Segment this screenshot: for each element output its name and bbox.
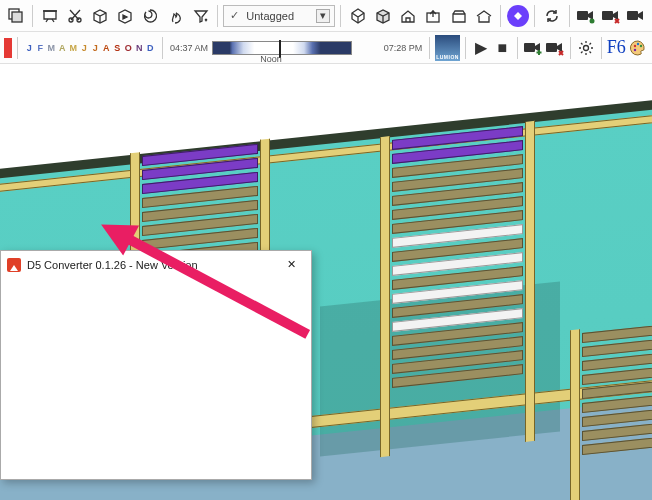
toolbar-separator <box>517 37 518 59</box>
toolbar-separator <box>17 37 18 59</box>
sketchup-app-icon <box>7 258 21 272</box>
toolbar-separator <box>340 5 341 27</box>
filter-expand-icon[interactable] <box>189 4 212 28</box>
noon-label: Noon <box>258 54 284 64</box>
svg-rect-10 <box>546 43 557 52</box>
open-box-icon[interactable] <box>447 4 470 28</box>
red-tab-icon[interactable] <box>4 38 12 58</box>
toolbar-separator <box>534 5 535 27</box>
roof-icon[interactable] <box>472 4 495 28</box>
svg-point-11 <box>583 45 588 50</box>
spiral-icon[interactable] <box>139 4 162 28</box>
month-letter: A <box>102 43 111 53</box>
box-icon[interactable] <box>88 4 111 28</box>
lumion-plugin-icon[interactable]: LUMION <box>435 35 460 61</box>
play-button[interactable]: ▶ <box>471 36 491 60</box>
sunrise-label: 04:37 AM <box>168 43 210 53</box>
month-letter: O <box>124 43 133 53</box>
toolbar-separator <box>500 5 501 27</box>
toolbar-separator <box>465 37 466 59</box>
stop-button[interactable]: ■ <box>492 36 512 60</box>
camera-remove-icon[interactable] <box>545 36 565 60</box>
svg-rect-8 <box>627 11 638 20</box>
month-letter: M <box>69 43 78 53</box>
month-letter: M <box>47 43 56 53</box>
shadow-rect-icon[interactable] <box>4 4 27 28</box>
flame-icon[interactable] <box>164 4 187 28</box>
time-toolbar: JFMAMJJASOND 04:37 AM Noon 07:28 PM LUMI… <box>0 32 652 64</box>
home-icon[interactable] <box>397 4 420 28</box>
chevron-down-icon[interactable]: ▾ <box>316 9 330 23</box>
solid-box-icon[interactable] <box>371 4 394 28</box>
gear-icon[interactable] <box>576 36 596 60</box>
toolbar-separator <box>217 5 218 27</box>
close-button[interactable]: ✕ <box>275 254 307 276</box>
box-play-icon[interactable] <box>114 4 137 28</box>
present-icon[interactable] <box>38 4 61 28</box>
toolbar-separator <box>32 5 33 27</box>
toolbar-separator <box>569 5 570 27</box>
palette-icon[interactable] <box>628 36 648 60</box>
month-letter: N <box>135 43 144 53</box>
month-letter: F <box>36 43 45 53</box>
svg-rect-9 <box>524 43 535 52</box>
svg-point-6 <box>590 18 595 23</box>
month-letter: S <box>113 43 122 53</box>
month-letter: D <box>146 43 155 53</box>
month-letter: J <box>25 43 34 53</box>
diamond-box-icon[interactable] <box>346 4 369 28</box>
time-slider[interactable] <box>212 41 352 55</box>
month-letter: J <box>80 43 89 53</box>
refresh-icon[interactable] <box>540 4 563 28</box>
f6-script-icon[interactable]: F6 <box>606 36 626 60</box>
toolbar-separator <box>429 37 430 59</box>
camera-x-icon[interactable] <box>600 4 623 28</box>
tags-dropdown-value: Untagged <box>246 10 294 22</box>
svg-point-12 <box>634 44 636 46</box>
svg-rect-1 <box>12 12 22 22</box>
main-toolbar: ✓ Untagged ▾ <box>0 0 652 32</box>
svg-rect-7 <box>602 11 613 20</box>
month-letter: J <box>91 43 100 53</box>
svg-point-13 <box>637 42 639 44</box>
d5-converter-dialog: D5 Converter 0.1.26 - New Version ✕ <box>0 250 312 480</box>
tags-dropdown[interactable]: ✓ Untagged ▾ <box>223 5 335 27</box>
svg-point-14 <box>640 44 642 46</box>
camera-plain-icon[interactable] <box>625 4 648 28</box>
sunset-label: 07:28 PM <box>382 43 425 53</box>
toolbar-separator <box>162 37 163 59</box>
camera-dot-icon[interactable] <box>575 4 598 28</box>
svg-rect-5 <box>577 11 588 20</box>
camera-add-icon[interactable] <box>523 36 543 60</box>
toolbar-separator <box>601 37 602 59</box>
month-letter: A <box>58 43 67 53</box>
svg-point-15 <box>634 48 636 50</box>
d5-plugin-icon[interactable] <box>506 4 529 28</box>
model-stair <box>570 318 652 500</box>
tag-check-icon: ✓ <box>230 9 240 22</box>
toolbar-separator <box>570 37 571 59</box>
cut-icon[interactable] <box>63 4 86 28</box>
month-scale[interactable]: JFMAMJJASOND <box>23 43 157 53</box>
model-stair <box>380 121 535 457</box>
export-icon[interactable] <box>422 4 445 28</box>
